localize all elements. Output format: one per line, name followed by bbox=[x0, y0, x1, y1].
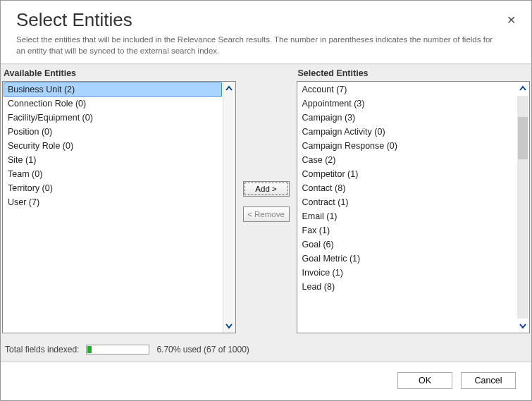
list-item[interactable]: Fax (1) bbox=[298, 223, 516, 237]
list-item[interactable]: Appointment (3) bbox=[298, 97, 516, 111]
available-label: Available Entities bbox=[1, 64, 237, 81]
list-item[interactable]: Site (1) bbox=[4, 153, 222, 167]
cancel-button[interactable]: Cancel bbox=[461, 372, 516, 389]
dialog-title: Select Entities bbox=[16, 9, 516, 31]
ok-button[interactable]: OK bbox=[397, 372, 452, 389]
list-item[interactable]: Goal Metric (1) bbox=[298, 252, 516, 266]
selected-label: Selected Entities bbox=[295, 64, 532, 81]
status-bar: Total fields indexed: 6.70% used (67 of … bbox=[1, 339, 531, 362]
list-item[interactable]: Lead (8) bbox=[298, 280, 516, 294]
select-entities-dialog: Select Entities Select the entities that… bbox=[0, 0, 532, 401]
selected-scrollbar[interactable] bbox=[516, 82, 529, 333]
dialog-body: Available Entities Business Unit (2)Conn… bbox=[1, 63, 531, 362]
status-label: Total fields indexed: bbox=[5, 345, 79, 354]
list-item[interactable]: Campaign Response (0) bbox=[298, 139, 516, 153]
available-listbox[interactable]: Business Unit (2)Connection Role (0)Faci… bbox=[2, 81, 236, 333]
list-item[interactable]: Campaign (3) bbox=[298, 111, 516, 125]
list-item[interactable]: Facility/Equipment (0) bbox=[4, 111, 222, 125]
remove-button[interactable]: < Remove bbox=[243, 206, 290, 222]
list-item[interactable]: Email (1) bbox=[298, 209, 516, 223]
dialog-header: Select Entities Select the entities that… bbox=[1, 1, 531, 63]
list-item[interactable]: Competitor (1) bbox=[298, 167, 516, 181]
scroll-up-icon[interactable] bbox=[223, 82, 235, 96]
list-item[interactable]: Invoice (1) bbox=[298, 266, 516, 280]
list-item[interactable]: Business Unit (2) bbox=[4, 82, 222, 97]
available-list[interactable]: Business Unit (2)Connection Role (0)Faci… bbox=[3, 82, 223, 333]
list-item[interactable]: Case (2) bbox=[298, 153, 516, 167]
scrollbar-track[interactable] bbox=[517, 96, 528, 319]
list-item[interactable]: Contract (1) bbox=[298, 195, 516, 209]
dialog-description: Select the entities that will be include… bbox=[16, 34, 502, 56]
scroll-down-icon[interactable] bbox=[516, 319, 529, 333]
available-scrollbar[interactable] bbox=[223, 82, 235, 333]
list-item[interactable]: Campaign Activity (0) bbox=[298, 125, 516, 139]
list-item[interactable]: User (7) bbox=[4, 195, 222, 209]
transfer-buttons: Add > < Remove bbox=[237, 64, 295, 339]
list-item[interactable]: Connection Role (0) bbox=[4, 97, 222, 111]
list-item[interactable]: Goal (6) bbox=[298, 237, 516, 252]
list-item[interactable]: Team (0) bbox=[4, 167, 222, 181]
scroll-up-icon[interactable] bbox=[516, 82, 529, 96]
dialog-footer: OK Cancel bbox=[1, 362, 531, 400]
selected-column: Selected Entities Account (7)Appointment… bbox=[295, 64, 532, 339]
dual-list-picker: Available Entities Business Unit (2)Conn… bbox=[1, 64, 531, 339]
progress-bar bbox=[86, 345, 149, 354]
status-percent-text: 6.70% used (67 of 1000) bbox=[156, 345, 249, 354]
list-item[interactable]: Account (7) bbox=[298, 82, 516, 97]
close-icon[interactable]: ✕ bbox=[507, 13, 516, 27]
progress-fill bbox=[87, 346, 92, 353]
list-item[interactable]: Territory (0) bbox=[4, 181, 222, 195]
selected-list[interactable]: Account (7)Appointment (3)Campaign (3)Ca… bbox=[297, 82, 517, 333]
list-item[interactable]: Contact (8) bbox=[298, 181, 516, 195]
add-button[interactable]: Add > bbox=[243, 181, 290, 197]
list-item[interactable]: Security Role (0) bbox=[4, 139, 222, 153]
selected-listbox[interactable]: Account (7)Appointment (3)Campaign (3)Ca… bbox=[297, 81, 531, 333]
list-item[interactable]: Position (0) bbox=[4, 125, 222, 139]
scrollbar-thumb[interactable] bbox=[518, 117, 528, 159]
scroll-down-icon[interactable] bbox=[223, 319, 235, 333]
available-column: Available Entities Business Unit (2)Conn… bbox=[1, 64, 237, 339]
